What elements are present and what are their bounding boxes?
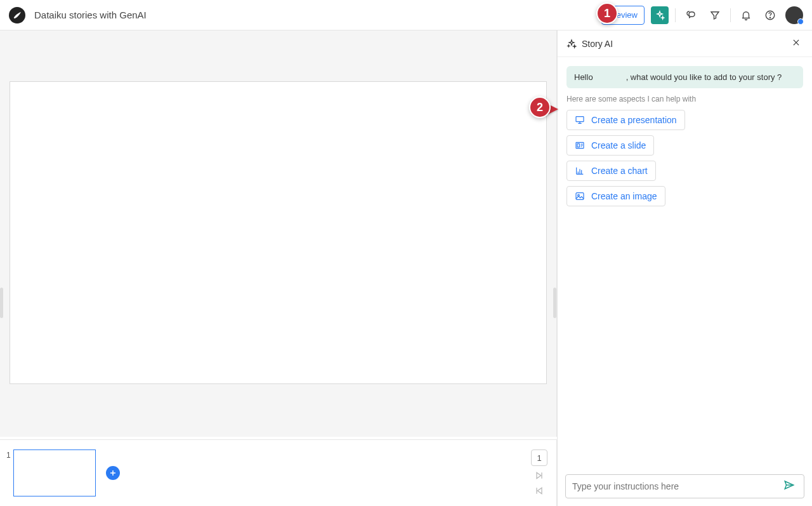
sparkle-icon (655, 10, 665, 20)
bell-icon (740, 10, 752, 21)
slide-thumbnail-1[interactable] (13, 449, 96, 496)
comments-button[interactable] (682, 6, 700, 24)
add-slide-button[interactable] (106, 466, 120, 480)
page-controls: 1 (531, 449, 550, 496)
chart-icon (575, 166, 585, 176)
plus-icon (109, 469, 117, 477)
divider (675, 8, 676, 22)
suggestion-label: Create a slide (591, 140, 646, 150)
image-icon (575, 191, 585, 201)
ai-hint: Here are some aspects I can help with (566, 95, 803, 103)
greeting-suffix: , what would you like to add to your sto… (626, 72, 782, 82)
story-ai-panel: Story AI Hello, what would you like to a… (557, 30, 812, 506)
suggestion-create-slide[interactable]: Create a slide (566, 135, 654, 156)
story-ai-toggle-button[interactable] (651, 6, 669, 24)
close-icon (792, 38, 801, 47)
skip-prev-icon (534, 486, 544, 496)
slide-strip: 1 1 (0, 439, 557, 506)
suggestion-label: Create a presentation (591, 115, 677, 125)
story-ai-panel-header: Story AI (558, 30, 812, 57)
editor-stage (0, 30, 557, 437)
help-icon (764, 10, 776, 21)
callout-number: 1 (604, 7, 610, 20)
suggestion-create-image[interactable]: Create an image (566, 186, 665, 206)
callout-number: 2 (537, 101, 543, 114)
close-panel-button[interactable] (789, 36, 803, 52)
story-ai-panel-body: Hello, what would you like to add to you… (558, 57, 812, 467)
right-panel-toggle[interactable] (553, 288, 556, 318)
svg-rect-5 (576, 193, 584, 200)
divider (730, 8, 731, 22)
slide-canvas[interactable] (10, 81, 547, 384)
slide-icon (575, 140, 585, 150)
ai-input-wrap (558, 467, 812, 506)
page-title: Dataiku stories with GenAI (34, 10, 147, 20)
greeting-prefix: Hello (574, 72, 593, 82)
svg-rect-2 (576, 117, 584, 122)
ai-input-box (565, 474, 804, 498)
ai-suggestions: Create a presentation Create a slide Cre… (566, 110, 803, 206)
suggestion-create-presentation[interactable]: Create a presentation (566, 110, 685, 130)
filter-icon (709, 10, 721, 21)
prev-slide-button[interactable] (534, 485, 544, 496)
presentation-icon (575, 115, 585, 125)
svg-rect-4 (577, 143, 579, 147)
current-page-indicator[interactable]: 1 (531, 449, 547, 466)
help-button[interactable] (761, 6, 779, 24)
svg-point-1 (769, 17, 770, 18)
send-button[interactable] (781, 477, 797, 496)
user-avatar[interactable] (785, 6, 803, 24)
top-bar: Dataiku stories with GenAI Preview (0, 0, 812, 30)
send-icon (783, 479, 795, 491)
annotation-callout-2: 2 (525, 97, 551, 122)
chat-icon (685, 10, 697, 21)
skip-next-icon (534, 470, 544, 481)
slide-thumb-wrap: 1 (6, 449, 96, 496)
suggestion-create-chart[interactable]: Create a chart (566, 161, 656, 181)
story-ai-panel-title: Story AI (582, 39, 613, 49)
sparkle-icon (566, 39, 577, 49)
next-slide-button[interactable] (534, 470, 544, 481)
filter-button[interactable] (706, 6, 724, 24)
dataiku-logo (9, 7, 25, 23)
notifications-button[interactable] (737, 6, 755, 24)
ai-instruction-input[interactable] (572, 481, 781, 491)
suggestion-label: Create an image (591, 191, 657, 201)
annotation-callout-1: 1 (593, 3, 618, 28)
suggestion-label: Create a chart (591, 166, 648, 176)
left-panel-toggle[interactable] (0, 288, 3, 318)
slide-thumb-number: 1 (6, 451, 11, 460)
top-right-controls: Preview (601, 6, 803, 25)
ai-greeting: Hello, what would you like to add to you… (566, 66, 803, 88)
